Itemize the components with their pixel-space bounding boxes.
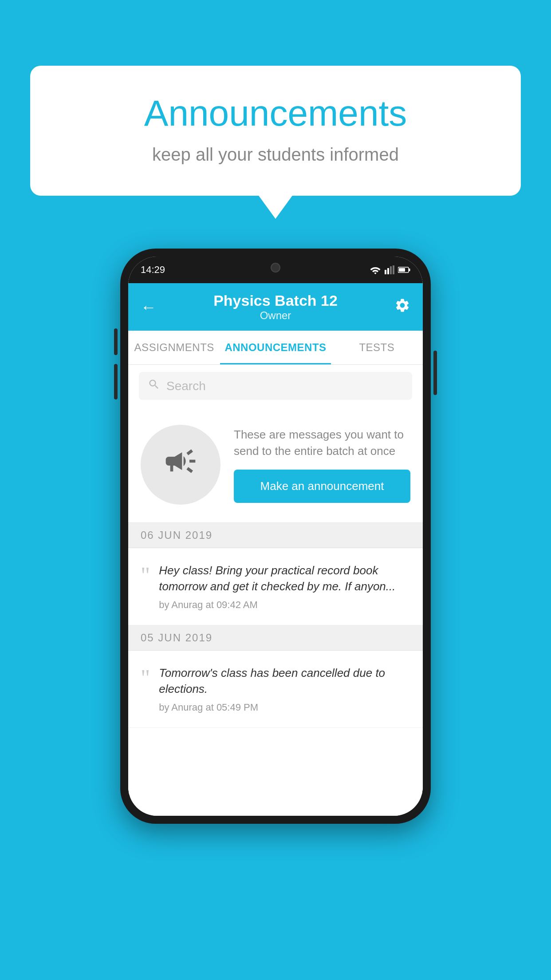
announcement-text-2: Tomorrow's class has been cancelled due …: [159, 665, 410, 697]
volume-down-button[interactable]: [114, 364, 118, 399]
svg-rect-6: [399, 268, 405, 272]
search-input[interactable]: Search: [166, 379, 206, 393]
phone-outer: 14:29: [120, 249, 431, 824]
tab-announcements[interactable]: ANNOUNCEMENTS: [220, 331, 331, 364]
date-separator-2: 05 JUN 2019: [128, 625, 423, 651]
search-container: Search: [128, 365, 423, 407]
tab-assignments[interactable]: ASSIGNMENTS: [128, 331, 220, 364]
phone-notch: [240, 257, 311, 278]
svg-rect-3: [393, 265, 394, 274]
speech-bubble: Announcements keep all your students inf…: [30, 66, 521, 196]
announcement-meta-1: by Anurag at 09:42 AM: [159, 599, 410, 611]
status-time: 14:29: [141, 264, 165, 276]
batch-title: Physics Batch 12: [213, 292, 338, 309]
svg-rect-2: [390, 266, 392, 274]
front-camera: [271, 263, 280, 273]
status-icons: [370, 265, 410, 274]
announcement-prompt: These are messages you want to send to t…: [128, 407, 423, 523]
announcement-text-1: Hey class! Bring your practical record b…: [159, 562, 410, 595]
settings-icon[interactable]: [394, 297, 410, 317]
header-center: Physics Batch 12 Owner: [213, 292, 338, 322]
announcement-item-1[interactable]: " Hey class! Bring your practical record…: [128, 548, 423, 625]
announcement-meta-2: by Anurag at 05:49 PM: [159, 702, 410, 713]
phone-mockup: 14:29: [120, 249, 431, 824]
search-bar[interactable]: Search: [139, 372, 412, 400]
prompt-right: These are messages you want to send to t…: [234, 427, 410, 503]
phone-screen: 14:29: [128, 257, 423, 816]
power-button[interactable]: [433, 351, 437, 395]
app-header: ← Physics Batch 12 Owner: [128, 283, 423, 331]
speech-bubble-title: Announcements: [66, 92, 485, 134]
prompt-description: These are messages you want to send to t…: [234, 427, 410, 459]
quote-icon-1: ": [141, 564, 150, 587]
speech-bubble-subtitle: keep all your students informed: [66, 145, 485, 165]
megaphone-icon: [163, 443, 198, 486]
speech-bubble-container: Announcements keep all your students inf…: [30, 66, 521, 196]
phone-content: ← Physics Batch 12 Owner ASSIGNMENTS ANN…: [128, 283, 423, 816]
status-bar: 14:29: [128, 257, 423, 283]
signal-icon: [385, 265, 394, 274]
quote-icon-2: ": [141, 667, 150, 690]
announcement-item-2[interactable]: " Tomorrow's class has been cancelled du…: [128, 651, 423, 728]
volume-up-button[interactable]: [114, 328, 118, 355]
back-button[interactable]: ←: [141, 298, 157, 316]
svg-rect-1: [387, 268, 389, 274]
make-announcement-button[interactable]: Make an announcement: [234, 470, 410, 503]
megaphone-circle: [141, 425, 220, 505]
announcement-content-1: Hey class! Bring your practical record b…: [159, 562, 410, 611]
announcement-content-2: Tomorrow's class has been cancelled due …: [159, 665, 410, 713]
svg-rect-5: [409, 269, 410, 271]
date-separator-1: 06 JUN 2019: [128, 523, 423, 548]
batch-role: Owner: [213, 309, 338, 322]
svg-rect-0: [385, 270, 386, 274]
search-icon: [148, 378, 160, 394]
tab-tests[interactable]: TESTS: [331, 331, 423, 364]
wifi-icon: [370, 265, 381, 274]
tabs-container: ASSIGNMENTS ANNOUNCEMENTS TESTS: [128, 331, 423, 365]
battery-icon: [398, 266, 410, 273]
